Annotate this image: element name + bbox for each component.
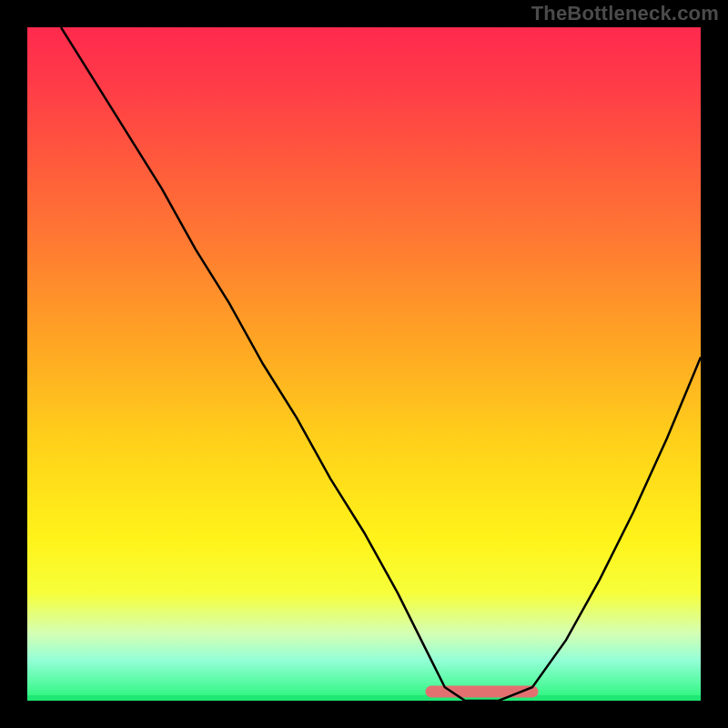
plot-area bbox=[27, 27, 701, 701]
watermark-text: TheBottleneck.com bbox=[531, 2, 719, 25]
bottleneck-curve bbox=[61, 27, 701, 701]
plot-svg bbox=[27, 27, 701, 701]
chart-frame: TheBottleneck.com bbox=[0, 0, 728, 728]
